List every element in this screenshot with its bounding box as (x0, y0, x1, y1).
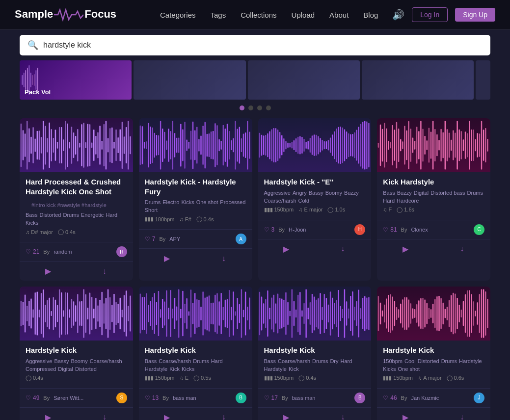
username[interactable]: Søren Witt... (54, 395, 83, 401)
tag[interactable]: Compressed (26, 366, 56, 372)
likes-count[interactable]: ♡ 3 (264, 226, 275, 233)
waveform-area[interactable] (139, 118, 252, 172)
tag[interactable]: Bass (383, 190, 395, 196)
tag[interactable]: Bassy (309, 190, 323, 196)
waveform-area[interactable] (20, 287, 133, 341)
tag[interactable]: Kicks (26, 220, 38, 226)
likes-count[interactable]: ♡ 17 (264, 394, 278, 401)
likes-count[interactable]: ♡ 49 (26, 394, 39, 401)
download-button[interactable]: ↓ (315, 239, 371, 259)
tag[interactable]: Boomy (71, 358, 87, 364)
play-button[interactable]: ▶ (139, 249, 195, 268)
tag[interactable]: Processed (220, 199, 245, 205)
tag[interactable]: Kick (289, 366, 299, 372)
carousel-card-0[interactable]: Pack Vol (20, 60, 132, 100)
play-button[interactable]: ▶ (258, 239, 315, 259)
tag[interactable]: Coarse/harsh (264, 198, 296, 204)
carousel-card-1[interactable] (134, 60, 245, 100)
tag[interactable]: Kicks (181, 199, 194, 205)
username[interactable]: Clonex (411, 227, 428, 233)
nav-collections[interactable]: Collections (241, 11, 276, 19)
tag[interactable]: Buzzy (397, 190, 412, 196)
tag[interactable]: Distorted bass (430, 190, 465, 196)
likes-count[interactable]: ♡ 13 (145, 394, 159, 401)
download-button[interactable]: ↓ (76, 262, 133, 281)
login-button[interactable]: Log In (412, 7, 448, 22)
tag[interactable]: Hard (383, 198, 395, 204)
tag[interactable]: Drums (312, 358, 328, 364)
play-button[interactable]: ▶ (139, 408, 195, 420)
logo[interactable]: SampleFocus (15, 7, 116, 22)
nav-tags[interactable]: Tags (211, 11, 226, 19)
waveform-area[interactable] (258, 118, 372, 172)
nav-categories[interactable]: Categories (160, 11, 196, 19)
nav-upload[interactable]: Upload (292, 11, 315, 19)
tag[interactable]: Electro (162, 199, 179, 205)
tag[interactable]: Coarse/harsh (90, 358, 122, 364)
download-button[interactable]: ↓ (195, 408, 252, 420)
tag[interactable]: Bass (145, 358, 157, 364)
username[interactable]: APY (169, 236, 180, 242)
download-button[interactable]: ↓ (76, 408, 133, 420)
play-button[interactable]: ▶ (377, 408, 433, 420)
carousel-card-more[interactable] (476, 60, 490, 100)
waveform-area[interactable] (377, 287, 490, 341)
download-button[interactable]: ↓ (434, 408, 490, 420)
likes-count[interactable]: ♡ 7 (145, 236, 156, 242)
tag[interactable]: Drums (441, 358, 457, 364)
tag[interactable]: One shot (398, 366, 420, 372)
play-button[interactable]: ▶ (258, 408, 315, 420)
play-button[interactable]: ▶ (377, 239, 433, 259)
likes-count[interactable]: ♡ 21 (26, 248, 39, 255)
tag[interactable]: Boomy (325, 190, 342, 196)
tag[interactable]: Digital (414, 190, 429, 196)
signup-button[interactable]: Sign Up (455, 8, 495, 22)
tag[interactable]: Angry (293, 190, 307, 196)
tag[interactable]: Kick (169, 366, 180, 372)
waveform-area[interactable] (20, 118, 133, 172)
carousel-dot-3[interactable] (266, 105, 271, 110)
tag[interactable]: Coarse/harsh (278, 358, 310, 364)
waveform-area[interactable] (377, 118, 490, 172)
tag[interactable]: Cold (298, 198, 310, 204)
tag[interactable]: Kicks (383, 366, 396, 372)
tag[interactable]: Kicks (182, 366, 194, 372)
search-input[interactable] (43, 41, 483, 50)
carousel-dot-0[interactable] (240, 105, 244, 110)
tag[interactable]: Hardstyle (264, 366, 287, 372)
likes-count[interactable]: ♡ 46 (383, 394, 397, 401)
carousel-card-2[interactable] (248, 60, 360, 100)
tag[interactable]: Distorted (75, 366, 97, 372)
tag[interactable]: 150bpm (383, 358, 403, 364)
carousel-dot-1[interactable] (248, 105, 253, 110)
tag[interactable]: Hardstyle (145, 366, 167, 372)
likes-count[interactable]: ♡ 81 (383, 226, 397, 233)
download-button[interactable]: ↓ (315, 408, 371, 420)
tag[interactable]: Hard (341, 358, 352, 364)
tag[interactable]: Buzzy (344, 190, 359, 196)
tag[interactable]: Short (145, 207, 158, 213)
nav-about[interactable]: About (329, 11, 349, 19)
volume-button[interactable]: 🔊 (392, 9, 404, 21)
download-button[interactable]: ↓ (434, 239, 490, 259)
carousel-card-3[interactable] (362, 60, 474, 100)
tag[interactable]: Drums (63, 212, 79, 218)
tag[interactable]: Cool (404, 358, 416, 364)
tag[interactable]: Drums (467, 190, 483, 196)
waveform-area[interactable] (139, 287, 252, 341)
tag[interactable]: Drums (193, 358, 209, 364)
download-button[interactable]: ↓ (195, 249, 252, 268)
waveform-area[interactable] (258, 287, 372, 341)
tag[interactable]: Hard (211, 358, 223, 364)
username[interactable]: bass man (292, 395, 316, 401)
tag[interactable]: Bass (264, 358, 276, 364)
play-button[interactable]: ▶ (20, 262, 76, 281)
tag[interactable]: One shot (196, 199, 218, 205)
username[interactable]: H-Joon (289, 227, 306, 233)
tag[interactable]: Hardstyle (459, 358, 482, 364)
tag[interactable]: Dry (330, 358, 338, 364)
username[interactable]: Jan Kuzmic (411, 395, 439, 401)
tag[interactable]: Drums (145, 199, 161, 205)
tag[interactable]: Distorted (418, 358, 439, 364)
nav-blog[interactable]: Blog (363, 11, 378, 19)
